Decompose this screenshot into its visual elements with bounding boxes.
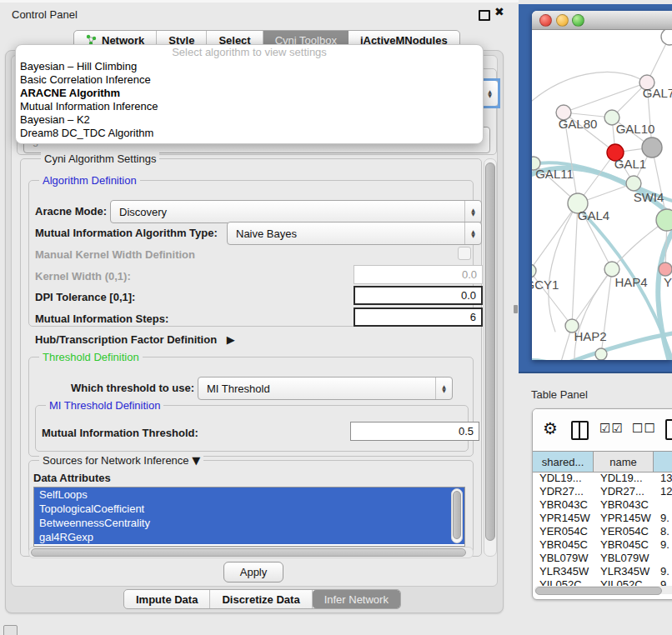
settings-scrollbar[interactable] [484, 158, 497, 557]
network-graph[interactable]: GAL7GAL80GAL10GAL1GAL11SWI4GAL4GCY1HAP4Y… [532, 30, 672, 360]
tab-impute-data[interactable]: Impute Data [124, 590, 210, 608]
node-label-gcy1: GCY1 [532, 278, 559, 292]
chevron-down-icon[interactable]: ▼ [192, 454, 200, 467]
aracne-mode-combo[interactable]: Discovery ▲▼ [110, 200, 482, 223]
network-edge [658, 230, 672, 360]
deselect-all-checkboxes-icon[interactable]: ☐☐ [632, 421, 656, 436]
mi-steps-label: Mutual Information Steps: [35, 312, 168, 325]
zoom-traffic-light-icon[interactable] [572, 14, 584, 27]
table-cell: YIL052C [533, 578, 594, 586]
float-window-icon[interactable] [479, 10, 490, 21]
minimize-traffic-light-icon[interactable] [556, 14, 569, 27]
network-edge [549, 203, 578, 332]
sources-title-label: Sources for Network Inference [43, 454, 189, 467]
algorithm-option-mutual-information-inference[interactable]: Mutual Information Inference [16, 100, 483, 113]
table-row[interactable]: YDL19...YDL19...13 [533, 472, 672, 485]
table-row[interactable]: YBL079WYBL079W [533, 552, 672, 565]
tab-label: Infer Network [324, 593, 389, 606]
combo-stepper-icon[interactable]: ▲▼ [464, 201, 481, 222]
which-threshold-combo[interactable]: MI Threshold ▲▼ [198, 377, 453, 400]
control-panel-titlebar [0, 0, 519, 28]
column-header-name[interactable]: name [594, 452, 654, 472]
table-cell: YDR27... [533, 485, 594, 498]
table-hscrollbar[interactable] [534, 586, 672, 594]
which-threshold-value: MI Threshold [207, 382, 270, 395]
mi-threshold-field[interactable]: 0.5 [350, 422, 479, 441]
table-cell: 9 [654, 578, 672, 586]
tab-infer-network[interactable]: Infer Network [313, 590, 400, 608]
restore-panel-icon[interactable] [3, 625, 18, 635]
attribute-item-topologicalcoefficient[interactable]: TopologicalCoefficient [34, 502, 464, 516]
combo-stepper-icon[interactable]: ▲▼ [481, 81, 498, 106]
mi-type-combo[interactable]: Naive Bayes ▲▼ [227, 222, 482, 245]
column-header-shared[interactable]: shared... [533, 452, 594, 472]
node-label-y: Y [664, 275, 672, 289]
close-icon[interactable]: ✖ [494, 5, 504, 18]
settings-scrollbar-thumb[interactable] [485, 162, 495, 541]
algorithm-option-bayesian-k2[interactable]: Bayesian – K2 [16, 113, 483, 127]
combo-stepper-icon[interactable]: ▲▼ [464, 222, 481, 244]
data-attributes-list[interactable]: SelfLoopsTopologicalCoefficientBetweenne… [33, 487, 465, 547]
which-threshold-label: Which threshold to use: [71, 382, 194, 394]
select-all-checkboxes-icon[interactable]: ☑☑ [599, 421, 624, 436]
columns-icon[interactable] [571, 421, 589, 440]
hub-section-label: Hub/Transcription Factor Definition [35, 333, 217, 346]
attr-list-scrollbar[interactable] [451, 488, 463, 543]
split-pane-grip-icon[interactable] [514, 305, 518, 313]
node-gcy1[interactable] [532, 264, 536, 278]
new-table-icon[interactable] [665, 419, 672, 440]
combo-stepper-icon[interactable]: ▲▼ [435, 378, 452, 399]
node[interactable] [661, 30, 672, 45]
mi-type-label: Mutual Information Algorithm Type: [35, 227, 218, 239]
manual-kernel-checkbox[interactable] [458, 247, 471, 260]
control-panel-title: Control Panel [12, 8, 78, 21]
algorithm-option-aracne-algorithm[interactable]: ARACNE Algorithm [16, 87, 483, 100]
node-label-gal7: GAL7 [643, 86, 672, 100]
table-row[interactable]: YPR145WYPR145W9. [533, 512, 672, 525]
mi-threshold-title: MI Threshold Definition [46, 399, 163, 412]
dropdown-items: Bayesian – Hill ClimbingBasic Correlatio… [16, 60, 483, 140]
node-swi4[interactable] [656, 209, 672, 231]
node-label-gal1: GAL1 [614, 157, 646, 171]
hub-section-header[interactable]: Hub/Transcription Factor Definition ▶ [35, 333, 235, 346]
attr-list-scrollbar-thumb[interactable] [453, 491, 461, 539]
node-y[interactable] [659, 262, 672, 276]
node[interactable] [595, 348, 607, 360]
mi-steps-field[interactable]: 6 [354, 308, 483, 327]
table-row[interactable]: YDR27...YDR27...12 [533, 485, 672, 498]
node-gal1[interactable] [626, 176, 641, 191]
attribute-item-betweennesscentrality[interactable]: BetweennessCentrality [34, 516, 464, 530]
data-attributes-label: Data Attributes [33, 472, 111, 484]
table-cell: YBR045C [533, 538, 594, 552]
node-label-gal10: GAL10 [616, 122, 655, 136]
mi-threshold-value: 0.5 [459, 425, 474, 438]
table-row[interactable]: YBR045CYBR045C9. [533, 538, 672, 552]
kernel-width-field[interactable]: 0.0 [354, 265, 483, 284]
table-row[interactable]: YBR043CYBR043C [533, 498, 672, 512]
chevron-right-icon[interactable]: ▶ [227, 333, 235, 346]
node-label-hap2: HAP2 [574, 329, 606, 343]
apply-button[interactable]: Apply [223, 562, 283, 582]
algorithm-option-basic-correlation-inference[interactable]: Basic Correlation Inference [16, 73, 483, 87]
sources-title[interactable]: Sources for Network Inference ▼ [39, 454, 203, 467]
table-cell: YER054C [533, 525, 594, 538]
table-row[interactable]: YLR345WYLR345W9. [533, 565, 672, 578]
dpi-tolerance-field[interactable]: 0.0 [354, 286, 483, 305]
network-window-titlebar[interactable] [532, 11, 672, 30]
table-cell: YIL052C [594, 578, 654, 586]
algorithm-option-dream8-dc-tdc-algorithm[interactable]: Dream8 DC_TDC Algorithm [16, 127, 483, 140]
settings-hscrollbar-thumb[interactable] [31, 548, 466, 557]
gear-icon[interactable]: ⚙ [543, 418, 558, 438]
attribute-item-gal4rgexp[interactable]: gal4RGexp [34, 530, 464, 544]
network-canvas[interactable]: GAL7GAL80GAL10GAL1GAL11SWI4GAL4GCY1HAP4Y… [532, 30, 672, 360]
column-header-a[interactable]: A [654, 452, 672, 472]
table-row[interactable]: YER054CYER054C8. [533, 525, 672, 538]
table-row[interactable]: YIL052CYIL052C9 [533, 578, 672, 586]
settings-hscrollbar[interactable] [28, 547, 474, 558]
node[interactable] [642, 138, 662, 158]
tab-discretize-data[interactable]: Discretize Data [210, 590, 312, 608]
algorithm-option-bayesian-hill-climbing[interactable]: Bayesian – Hill Climbing [16, 60, 483, 73]
close-traffic-light-icon[interactable] [539, 14, 552, 27]
attribute-item-selfloops[interactable]: SelfLoops [34, 488, 464, 502]
table-hscrollbar-thumb[interactable] [535, 587, 662, 595]
